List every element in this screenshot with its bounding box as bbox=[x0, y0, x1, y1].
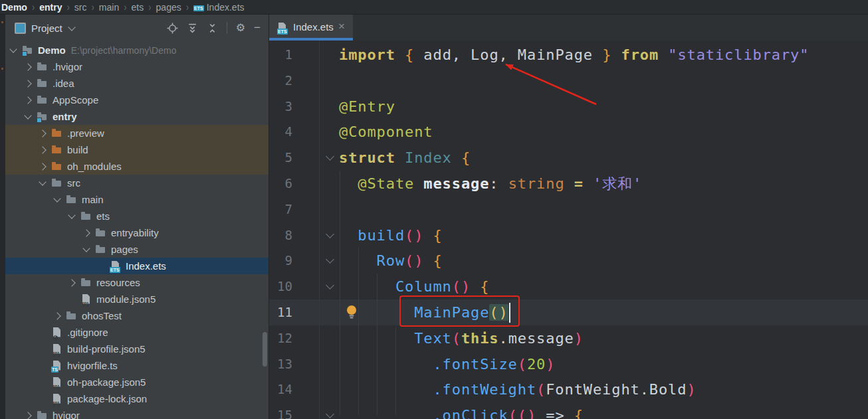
code-line-4[interactable]: @Component bbox=[339, 119, 868, 145]
tree-item-build[interactable]: build bbox=[5, 141, 269, 158]
expand-all-icon[interactable] bbox=[187, 23, 198, 34]
code-line-9[interactable]: Row() { bbox=[339, 248, 868, 274]
tree-item-gitignore[interactable]: ⊘.gitignore bbox=[5, 324, 269, 341]
gutter-line-number[interactable]: 1 bbox=[269, 42, 292, 68]
tree-item-src[interactable]: src bbox=[5, 175, 269, 191]
fold-marker-icon[interactable] bbox=[326, 230, 334, 238]
gutter-line-number[interactable]: 13 bbox=[269, 351, 292, 377]
breadcrumb-item[interactable]: Index.ets bbox=[207, 2, 245, 13]
tree-item-main[interactable]: main bbox=[5, 191, 269, 208]
folder-icon bbox=[95, 244, 107, 255]
tree-item-module-json5[interactable]: {0}module.json5 bbox=[5, 291, 269, 307]
chevron-down-icon[interactable] bbox=[68, 23, 75, 31]
tree-item-oh-modules[interactable]: oh_modules bbox=[5, 158, 269, 175]
tree-scrollbar[interactable] bbox=[263, 332, 267, 367]
tree-item-demo[interactable]: DemoE:\project\harmony\Demo bbox=[5, 42, 269, 58]
gutter-line-number[interactable]: 6 bbox=[269, 171, 292, 197]
hide-panel-icon[interactable]: − bbox=[254, 25, 261, 31]
tree-item-build-profile-json5[interactable]: {0}build-profile.json5 bbox=[5, 341, 269, 357]
tree-item-entry[interactable]: entry bbox=[5, 108, 269, 125]
breadcrumb-item[interactable]: pages bbox=[156, 2, 181, 13]
chevron-right-icon[interactable] bbox=[39, 163, 46, 170]
chevron-down-icon[interactable] bbox=[68, 211, 75, 218]
chevron-right-icon[interactable] bbox=[68, 279, 75, 286]
tree-item-index-ets[interactable]: ETSIndex.ets bbox=[5, 258, 269, 274]
gutter-line-number[interactable]: 9 bbox=[269, 248, 292, 274]
close-icon[interactable]: × bbox=[338, 22, 345, 33]
code-token bbox=[565, 175, 574, 192]
chevron-right-icon[interactable] bbox=[24, 80, 31, 87]
tree-item-hvigor[interactable]: .hvigor bbox=[5, 58, 269, 75]
chevron-right-icon[interactable] bbox=[39, 129, 46, 137]
chevron-down-icon[interactable] bbox=[82, 244, 90, 252]
gutter-line-number[interactable]: 7 bbox=[269, 197, 292, 222]
tree-item-idea[interactable]: .idea bbox=[5, 75, 269, 92]
chevron-down-icon[interactable] bbox=[39, 178, 46, 185]
code-line-8[interactable]: build() { bbox=[339, 222, 868, 248]
chevron-down-icon[interactable] bbox=[24, 112, 31, 119]
settings-gear-icon[interactable]: ⚙ bbox=[236, 23, 245, 33]
module-icon bbox=[22, 45, 34, 56]
gutter-line-number[interactable]: 10 bbox=[269, 274, 292, 299]
code-line-15[interactable]: .onClick(() => { bbox=[339, 402, 868, 419]
chevron-down-icon[interactable] bbox=[53, 195, 60, 202]
code-token bbox=[659, 46, 668, 63]
fold-marker-icon[interactable] bbox=[326, 281, 334, 290]
collapse-all-icon[interactable] bbox=[207, 23, 218, 34]
breadcrumb-item[interactable]: ets bbox=[132, 2, 144, 13]
chevron-right-icon[interactable] bbox=[53, 312, 60, 319]
tree-item-hvigor[interactable]: hvigor bbox=[5, 407, 269, 419]
breadcrumb-item[interactable]: Demo bbox=[1, 2, 27, 13]
chevron-right-icon[interactable] bbox=[39, 146, 46, 153]
locate-file-icon[interactable] bbox=[167, 23, 178, 34]
chevron-right-icon[interactable] bbox=[82, 229, 90, 236]
code-line-6[interactable]: @State message: string = '求和' bbox=[339, 171, 868, 197]
chevron-right-icon[interactable] bbox=[24, 63, 31, 70]
tree-item-ets[interactable]: ets bbox=[5, 208, 269, 224]
gutter-line-number[interactable]: 4 bbox=[269, 119, 292, 145]
chevron-right-icon[interactable] bbox=[24, 412, 31, 419]
breadcrumb-item[interactable]: entry bbox=[39, 2, 62, 13]
tree-item-oh-package-json5[interactable]: {0}oh-package.json5 bbox=[5, 374, 269, 390]
tree-item-package-lock-json[interactable]: {0}package-lock.json bbox=[5, 390, 269, 407]
gutter-line-number[interactable]: 5 bbox=[269, 145, 292, 171]
code-line-5[interactable]: struct Index { bbox=[339, 145, 868, 171]
tree-item-hvigorfile-ts[interactable]: TShvigorfile.ts bbox=[5, 357, 269, 374]
code-line-14[interactable]: .fontWeight(FontWeight.Bold) bbox=[339, 377, 868, 402]
breadcrumb-item[interactable]: main bbox=[99, 2, 119, 13]
code-line-12[interactable]: Text(this.message) bbox=[339, 325, 868, 351]
tree-item-entryability[interactable]: entryability bbox=[5, 224, 269, 241]
tab-index-ets[interactable]: ETS Index.ets × bbox=[269, 15, 353, 41]
code-token: { bbox=[480, 278, 489, 295]
code-token: 20 bbox=[527, 356, 546, 373]
fold-marker-icon[interactable] bbox=[326, 152, 334, 161]
tree-item-label: .hvigor bbox=[53, 61, 82, 72]
gutter-line-number[interactable]: 11 bbox=[269, 299, 292, 325]
code-token: { bbox=[433, 227, 442, 244]
breadcrumb-item[interactable]: src bbox=[74, 2, 87, 13]
code-line-7[interactable] bbox=[339, 197, 868, 222]
code-token: Column bbox=[395, 278, 452, 295]
gutter-line-number[interactable]: 12 bbox=[269, 325, 292, 351]
gutter-line-number[interactable]: 14 bbox=[269, 377, 292, 402]
tree-item-resources[interactable]: resources bbox=[5, 274, 269, 291]
fold-marker-icon[interactable] bbox=[326, 410, 334, 418]
tree-item-preview[interactable]: .preview bbox=[5, 125, 269, 141]
code-token bbox=[339, 252, 377, 269]
chevron-down-icon[interactable] bbox=[9, 45, 17, 52]
code-line-13[interactable]: .fontSize(20) bbox=[339, 351, 868, 377]
gutter-line-number[interactable]: 8 bbox=[269, 222, 292, 248]
gutter-line-number[interactable]: 2 bbox=[269, 68, 292, 94]
tree-item-appscope[interactable]: AppScope bbox=[5, 92, 269, 108]
gutter-line-number[interactable]: 3 bbox=[269, 94, 292, 120]
tree-item-ohostest[interactable]: ohosTest bbox=[5, 307, 269, 324]
chevron-right-icon[interactable] bbox=[24, 96, 31, 104]
code-token: , bbox=[452, 46, 461, 63]
code-area[interactable]: 123456789101112131415 import { add, Log,… bbox=[269, 41, 868, 419]
project-panel-title[interactable]: Project bbox=[31, 23, 62, 34]
lightbulb-intention-icon[interactable] bbox=[345, 304, 358, 323]
fold-marker-icon[interactable] bbox=[326, 256, 334, 264]
tree-item-pages[interactable]: pages bbox=[5, 241, 269, 258]
folder-icon bbox=[66, 195, 78, 205]
gutter-line-number[interactable]: 15 bbox=[269, 402, 292, 419]
